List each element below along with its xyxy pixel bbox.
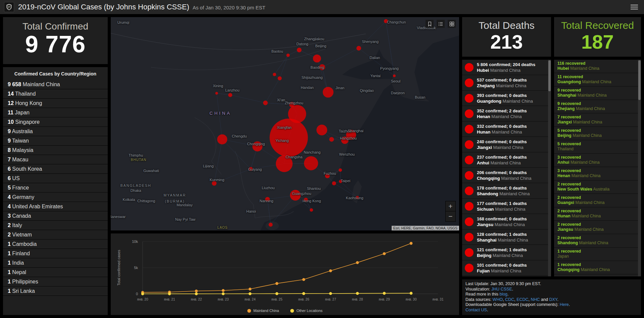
chart-point[interactable]	[168, 293, 171, 296]
death-row[interactable]: 5 806 confirmed; 204 deathsHubei Mainlan…	[462, 60, 551, 75]
recovered-row[interactable]: 2 recoveredJiangsu Mainland China	[554, 221, 641, 234]
country-row[interactable]: 1 Nepal	[3, 268, 108, 277]
chart-point[interactable]	[356, 292, 359, 295]
country-row[interactable]: 1 India	[3, 258, 108, 268]
death-row[interactable]: 178 confirmed; 0 deathsShandong Mainland…	[462, 183, 551, 199]
case-bubble[interactable]	[339, 180, 342, 183]
footer-link[interactable]: JHU CSSE	[491, 287, 512, 292]
case-bubble[interactable]	[356, 46, 361, 51]
country-row[interactable]: 1 Philippines	[3, 277, 108, 286]
case-bubble[interactable]	[269, 118, 308, 157]
footer-link[interactable]: NHC	[531, 297, 540, 302]
death-row[interactable]: 332 confirmed; 0 deathsHunan Mainland Ch…	[462, 121, 551, 137]
recovered-scrollbar[interactable]	[638, 60, 641, 276]
case-bubble[interactable]	[323, 87, 334, 98]
footer-link[interactable]: CDC	[505, 297, 514, 302]
country-row[interactable]: 14 Thailand	[3, 89, 108, 99]
case-bubble[interactable]	[297, 48, 302, 52]
chart-point[interactable]	[356, 261, 359, 264]
country-row[interactable]: 11 Japan	[3, 108, 108, 117]
death-row[interactable]: 177 confirmed; 1 deathsSichuan Mainland …	[462, 199, 551, 214]
death-row[interactable]: 121 confirmed; 1 deathsBeijing Mainland …	[462, 245, 551, 260]
case-bubble[interactable]	[288, 105, 306, 123]
case-bubble[interactable]	[319, 64, 325, 70]
recovered-row[interactable]: 116 recoveredHubei Mainland China	[554, 60, 641, 73]
case-bubble[interactable]	[384, 19, 388, 23]
map-canvas[interactable]	[111, 17, 459, 230]
case-bubble[interactable]	[341, 137, 349, 144]
recovered-list[interactable]: 116 recoveredHubei Mainland China11 reco…	[554, 60, 641, 274]
recovered-row[interactable]: 5 recoveredThailand	[554, 140, 641, 154]
bookmark-icon[interactable]	[426, 20, 434, 28]
footer-link[interactable]: ECDC	[516, 297, 528, 302]
death-row[interactable]: 352 confirmed; 2 deathsHenan Mainland Ch…	[462, 106, 551, 121]
recovered-row[interactable]: 3 recoveredHenan Mainland China	[554, 167, 641, 180]
recovered-row[interactable]: 3 recoveredAnhui Mainland China	[554, 154, 641, 167]
chart-point[interactable]	[329, 269, 332, 272]
case-bubble[interactable]	[289, 102, 295, 107]
deaths-scrollbar[interactable]	[548, 60, 551, 276]
case-bubble[interactable]	[252, 141, 262, 151]
country-row[interactable]: 1 Sri Lanka	[3, 286, 108, 296]
country-row[interactable]: 6 South Korea	[3, 164, 108, 174]
chart-point[interactable]	[195, 293, 198, 296]
legend-item[interactable]: Other Locations	[290, 309, 323, 313]
chart-point[interactable]	[249, 292, 252, 295]
case-bubble[interactable]	[356, 196, 359, 199]
country-row[interactable]: 1 Finland	[3, 249, 108, 258]
case-bubble[interactable]	[286, 54, 290, 57]
recovered-row[interactable]: 1 recoveredJapan	[554, 248, 641, 261]
country-row[interactable]: 2 Italy	[3, 221, 108, 230]
chart-point[interactable]	[195, 289, 198, 293]
death-row[interactable]: 237 confirmed; 0 deathsAnhui Mainland Ch…	[462, 152, 551, 168]
case-bubble[interactable]	[304, 198, 308, 202]
case-bubble[interactable]	[212, 181, 216, 186]
country-row[interactable]: 7 Macau	[3, 155, 108, 164]
case-bubble[interactable]	[329, 137, 334, 142]
chart-point[interactable]	[302, 292, 305, 295]
death-row[interactable]: 168 confirmed; 0 deathsJiangsu Mainland …	[462, 214, 551, 229]
case-bubble[interactable]	[215, 92, 218, 95]
recovered-row[interactable]: 9 recoveredShanghai Mainland China	[554, 87, 641, 100]
case-bubble[interactable]	[273, 73, 276, 76]
case-bubble[interactable]	[217, 134, 227, 144]
legend-item[interactable]: Mainland China	[247, 309, 279, 313]
death-row[interactable]: 128 confirmed; 1 deathsShanghai Mainland…	[462, 229, 551, 245]
country-row[interactable]: 6 US	[3, 174, 108, 183]
chart-point[interactable]	[383, 252, 386, 255]
recovered-row[interactable]: 1 recoveredChongqing Mainland China	[554, 261, 641, 274]
case-bubble[interactable]	[249, 167, 253, 171]
country-row[interactable]: 10 Singapore	[3, 117, 108, 127]
country-row[interactable]: 8 Malaysia	[3, 146, 108, 155]
chart-point[interactable]	[329, 292, 332, 295]
case-bubble[interactable]	[276, 155, 293, 172]
recovered-row[interactable]: 2 recoveredNew South Wales Australia	[554, 180, 641, 194]
recovered-row[interactable]: 11 recoveredGuangdong Mainland China	[554, 73, 641, 87]
recovered-row[interactable]: 2 recoveredHunan Mainland China	[554, 207, 641, 221]
footer-link[interactable]: Contact US	[465, 308, 487, 312]
country-row[interactable]: 9 Taiwan	[3, 136, 108, 146]
recovered-row[interactable]: 5 recoveredBeijing Mainland China	[554, 127, 641, 140]
case-bubble[interactable]	[313, 54, 321, 62]
footer-link[interactable]: DXY	[549, 297, 557, 302]
country-row[interactable]: 12 Hong Kong	[3, 99, 108, 108]
zoom-out-button[interactable]: −	[445, 211, 456, 222]
country-row[interactable]: 2 Vietnam	[3, 230, 108, 240]
recovered-row[interactable]: 2 recoveredShandong Mainland China	[554, 234, 641, 248]
country-row[interactable]: 4 United Arab Emirates	[3, 202, 108, 211]
death-row[interactable]: 240 confirmed; 0 deathsJiangxi Mainland …	[462, 137, 551, 152]
chart-point[interactable]	[383, 292, 386, 295]
menu-icon[interactable]	[629, 3, 640, 11]
case-bubble[interactable]	[228, 93, 232, 97]
chart-point[interactable]	[276, 292, 279, 295]
footer-link[interactable]: blog	[499, 292, 507, 297]
chart-point[interactable]	[410, 292, 413, 295]
country-row[interactable]: 9 Australia	[3, 127, 108, 136]
recovered-row[interactable]: 9 recoveredZhejiang Mainland China	[554, 100, 641, 113]
country-row[interactable]: 4 Germany	[3, 193, 108, 202]
case-bubble[interactable]	[290, 190, 301, 201]
death-row[interactable]: 206 confirmed; 0 deathsChongqing Mainlan…	[462, 168, 551, 183]
deaths-list[interactable]: 5 806 confirmed; 204 deathsHubei Mainlan…	[462, 60, 551, 276]
case-bubble[interactable]	[393, 74, 396, 77]
case-bubble[interactable]	[265, 197, 270, 202]
